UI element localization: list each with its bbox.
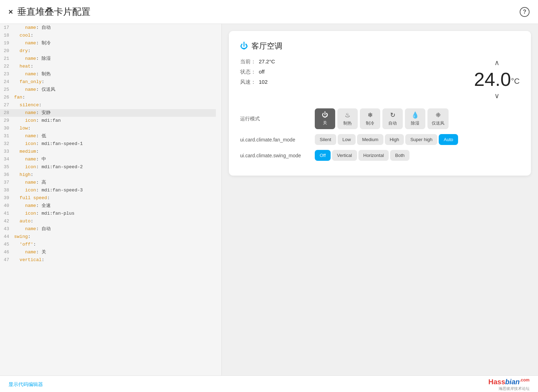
line-number: 31 [0, 132, 13, 140]
temp-value: 24.0 [474, 69, 511, 90]
card-info: 当前： 27.2°C 状态： off 风速： 102 [240, 58, 467, 89]
code-line: 24 fan_only: [0, 78, 216, 86]
code-line: 23 name: 制热 [0, 70, 216, 78]
fan-mode-btn-medium[interactable]: Medium [357, 134, 383, 145]
code-line: 47 vertical: [0, 256, 216, 264]
header: × 垂直堆叠卡片配置 ? [0, 0, 538, 24]
mode-icon-cool: ❄ [368, 111, 373, 119]
fan-mode-btn-super_high[interactable]: Super high [405, 134, 437, 145]
code-line: 19 name: 制冷 [0, 39, 216, 47]
mode-label-auto: 自动 [388, 120, 397, 126]
line-content: name: 制热 [13, 70, 216, 78]
wind-row: 风速： 102 [240, 79, 467, 86]
mode-label-fan_only: 仅送风 [432, 120, 444, 126]
line-content: name: 中 [13, 156, 216, 163]
mode-label-off: 关 [323, 120, 327, 126]
wind-label: 风速： [240, 79, 256, 86]
code-scroll[interactable]: 17 name: 自动18 cool:19 name: 制冷20 dry:21 … [0, 24, 221, 375]
line-number: 32 [0, 140, 13, 148]
line-content: name: 制冷 [13, 39, 216, 47]
code-line: 41 icon: mdi:fan-plus [0, 210, 216, 217]
logo-com: .com [520, 378, 530, 382]
card-title: 客厅空调 [251, 41, 282, 51]
line-number: 25 [0, 86, 13, 94]
fan-mode-buttons: SilentLowMediumHighSuper highAuto [315, 134, 458, 145]
line-content: name: 除湿 [13, 55, 216, 63]
code-line: 25 name: 仅送风 [0, 86, 216, 94]
swing-mode-btn-horizontal[interactable]: Horizontal [358, 150, 389, 161]
line-content: icon: mdi:fan-speed-1 [13, 140, 216, 148]
page-title: 垂直堆叠卡片配置 [17, 6, 90, 18]
line-content: fan: [13, 94, 216, 101]
mode-label: 运行模式 [240, 116, 311, 122]
code-line: 33 medium: [0, 148, 216, 156]
line-content: name: 安静 [13, 109, 216, 117]
code-line: 40 name: 全速 [0, 202, 216, 210]
operation-mode-btn-dry[interactable]: 💧除湿 [405, 108, 425, 129]
fan-mode-btn-high[interactable]: High [385, 134, 404, 145]
line-number: 44 [0, 233, 13, 241]
swing-mode-buttons: OffVerticalHorizontalBoth [315, 150, 409, 161]
code-line: 34 name: 中 [0, 156, 216, 163]
logo-red: Hass [488, 378, 505, 386]
line-content: dry: [13, 47, 216, 55]
line-number: 22 [0, 63, 13, 70]
line-number: 35 [0, 163, 13, 171]
code-line: 45 'off': [0, 241, 216, 248]
operation-mode-buttons: ⏻关♨制热❄制冷↻自动💧除湿❈仅送风 [315, 108, 449, 129]
temp-display: 24.0°C [474, 68, 520, 90]
code-line: 46 name: 关 [0, 248, 216, 256]
line-number: 33 [0, 148, 13, 156]
code-line: 17 name: 自动 [0, 24, 216, 32]
fan-mode-btn-low[interactable]: Low [338, 134, 356, 145]
mode-label-heat: 制热 [343, 120, 352, 126]
swing-mode-btn-vertical[interactable]: Vertical [332, 150, 357, 161]
code-line: 18 cool: [0, 32, 216, 39]
line-content: icon: mdi:fan-speed-3 [13, 186, 216, 194]
power-icon[interactable]: ⏻ [240, 42, 248, 51]
swing-mode-btn-both[interactable]: Both [390, 150, 409, 161]
code-line: 35 icon: mdi:fan-speed-2 [0, 163, 216, 171]
wind-value: 102 [259, 79, 268, 86]
operation-mode-btn-heat[interactable]: ♨制热 [337, 108, 358, 129]
line-number: 41 [0, 210, 13, 217]
line-number: 19 [0, 39, 13, 47]
temp-up-button[interactable]: ∧ [492, 58, 502, 67]
line-content: name: 自动 [13, 225, 216, 233]
operation-mode-btn-cool[interactable]: ❄制冷 [360, 108, 380, 129]
swing-mode-label: ui.card.climate.swing_mode [240, 153, 311, 158]
fan-mode-btn-silent[interactable]: Silent [315, 134, 336, 145]
current-temp-row: 当前： 27.2°C [240, 58, 467, 65]
operation-mode-btn-off[interactable]: ⏻关 [315, 108, 335, 129]
line-content: swing: [13, 233, 216, 241]
code-line: 31 name: 低 [0, 132, 216, 140]
line-content: auto: [13, 217, 216, 225]
editor-link[interactable]: 显示代码编辑器 [8, 381, 43, 388]
line-number: 27 [0, 101, 13, 109]
mode-icon-auto: ↻ [390, 111, 395, 119]
fan-mode-btn-auto[interactable]: Auto [439, 134, 458, 145]
swing-mode-btn-off[interactable]: Off [315, 150, 331, 161]
line-content: name: 低 [13, 132, 216, 140]
climate-card: ⏻ 客厅空调 当前： 27.2°C 状态： off 风速： 102 [229, 31, 531, 176]
line-number: 34 [0, 156, 13, 163]
line-number: 46 [0, 248, 13, 256]
code-line: 42 auto: [0, 217, 216, 225]
code-line: 29 icon: mdi:fan [0, 117, 216, 125]
temp-control: ∧ 24.0°C ∨ [474, 58, 520, 100]
logo-text: Hassbian.com [488, 378, 530, 386]
line-content: high: [13, 171, 216, 179]
close-icon[interactable]: × [8, 7, 13, 17]
help-icon[interactable]: ? [520, 7, 530, 17]
line-content: name: 自动 [13, 24, 216, 32]
line-content: icon: mdi:fan-speed-2 [13, 163, 216, 171]
mode-label-dry: 除湿 [411, 120, 419, 126]
temp-down-button[interactable]: ∨ [492, 91, 502, 100]
current-label: 当前： [240, 58, 256, 65]
operation-mode-btn-fan_only[interactable]: ❈仅送风 [427, 108, 449, 129]
line-content: cool: [13, 32, 216, 39]
fan-mode-row: ui.card.climate.fan_mode SilentLowMedium… [240, 134, 520, 145]
preview-panel: ⏻ 客厅空调 当前： 27.2°C 状态： off 风速： 102 [222, 24, 538, 375]
operation-mode-btn-auto[interactable]: ↻自动 [382, 108, 403, 129]
temp-unit: °C [511, 77, 520, 86]
